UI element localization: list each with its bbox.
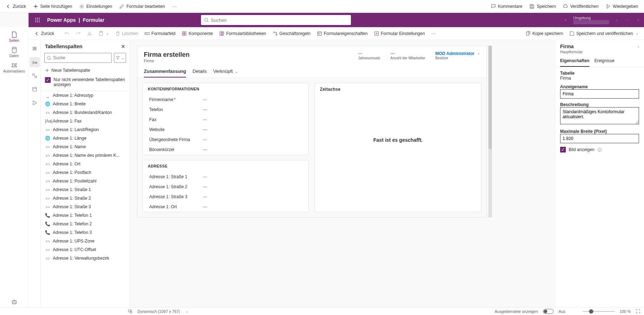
- add-page-button[interactable]: Seite hinzufügen: [30, 2, 75, 10]
- column-item[interactable]: ▭Adresse 1: Straße 1: [41, 185, 130, 194]
- cmd-form-field[interactable]: Formularfeld: [142, 30, 178, 38]
- section-account-info[interactable]: KONTENINFORMATIONEN Firmenname*---Telefo…: [142, 83, 309, 155]
- cmd-more[interactable]: ···: [428, 30, 439, 38]
- column-item[interactable]: ▭Adresse 1: Bundesland/Kanton: [41, 108, 130, 117]
- column-item[interactable]: 📞Adresse 1: Telefon 1: [41, 211, 130, 220]
- tool-components[interactable]: [30, 71, 40, 81]
- close-icon[interactable]: ✕: [121, 44, 125, 49]
- column-item[interactable]: ▭Adresse 1: UPS-Zone: [41, 237, 130, 245]
- tool-libs[interactable]: [30, 98, 40, 108]
- app-launcher[interactable]: [31, 14, 44, 26]
- only-unused-checkbox[interactable]: ✓ Nur nicht verwendete Tabellenspalten a…: [41, 75, 130, 91]
- form-field-row[interactable]: Adresse 1: Straße 3---: [143, 192, 308, 202]
- tab-details[interactable]: Details: [192, 66, 207, 78]
- form-field-row[interactable]: Adresse 1: Ort---: [143, 202, 308, 212]
- column-item[interactable]: ▭Adresse 1: Name des primären K...: [41, 151, 130, 160]
- rail-automate[interactable]: Automatisieru: [1, 60, 27, 75]
- column-search[interactable]: [44, 53, 112, 63]
- cmd-save-publish[interactable]: Speichern und veröffentlichen ⌄: [567, 30, 641, 38]
- prop-description-input[interactable]: [560, 107, 639, 124]
- column-item[interactable]: ▭Adresse 1: Name: [41, 142, 130, 151]
- prop-maxwidth-input[interactable]: [560, 134, 639, 143]
- column-label: Adresse 1: Telefon 2: [53, 221, 92, 226]
- column-item[interactable]: ▭Adresse 1: Postfach: [41, 168, 130, 177]
- form-field-row[interactable]: Adresse 1: Straße 2---: [143, 182, 308, 192]
- column-item[interactable]: 📞Adresse 1: Telefon 2: [41, 220, 130, 228]
- cmd-back-label: Zurück: [41, 31, 54, 36]
- tool-columns[interactable]: |Aa|: [30, 57, 40, 67]
- tool-tree[interactable]: [30, 84, 40, 94]
- column-item[interactable]: ▭Adresse 1: Straße 2: [41, 194, 130, 202]
- back-button[interactable]: Zurück: [3, 2, 29, 10]
- cmd-form-libs[interactable]: Formularbibliotheken: [216, 30, 269, 38]
- column-item[interactable]: ▭Adresse 1: Postleitzahl: [41, 177, 130, 185]
- cmd-back[interactable]: Zurück: [31, 30, 57, 38]
- svg-text:|Aa|: |Aa|: [32, 61, 37, 64]
- section-address[interactable]: ADRESSE Adresse 1: Straße 1---Adresse 1:…: [142, 160, 309, 212]
- column-item[interactable]: ⎯Adresse 1: Adresstyp: [41, 91, 130, 100]
- search-input[interactable]: [211, 18, 348, 23]
- header-field-revenue[interactable]: --- Jahresumsatz: [358, 51, 380, 60]
- settings-button[interactable]: Einstellungen: [76, 2, 115, 10]
- environment-picker[interactable]: Umgebung: [573, 16, 609, 24]
- cmd-biz-rules[interactable]: Geschäftsregeln: [270, 30, 313, 38]
- gear-icon[interactable]: [625, 17, 630, 23]
- bell-icon[interactable]: [614, 17, 620, 23]
- form-field-row[interactable]: Website---: [143, 125, 308, 135]
- section-timeline[interactable]: Zeitachse Fast ist es geschafft.: [315, 83, 482, 212]
- prop-showimage-checkbox[interactable]: ✓ Bild anzeigen: [560, 147, 639, 152]
- edit-form-button[interactable]: Formular bearbeiten: [116, 2, 168, 10]
- rail-pages[interactable]: Seiten: [1, 29, 27, 45]
- cmd-save-copy[interactable]: Kopie speichern: [523, 30, 566, 38]
- column-item[interactable]: ▭Adresse 1: Straße 3: [41, 202, 130, 211]
- tool-hamburger[interactable]: [30, 44, 40, 54]
- canvas-scrollbar[interactable]: [488, 46, 492, 218]
- column-item[interactable]: ▭Adresse 1: Verwaltungsbezirk: [41, 254, 130, 262]
- cmd-form-props[interactable]: Formulareigenschaften: [314, 30, 371, 38]
- header-field-owner[interactable]: MOD Administrator Besitzer ⌄: [435, 51, 480, 60]
- column-item[interactable]: 🌐Adresse 1: Breite: [41, 100, 130, 108]
- chevron-down-icon[interactable]: ⌄: [477, 51, 480, 55]
- publish-button[interactable]: Veröffentlichen: [560, 2, 601, 10]
- filter-button[interactable]: ⌄: [114, 53, 126, 63]
- comments-button[interactable]: Kommentare: [488, 2, 525, 10]
- form-canvas[interactable]: Firma erstellen Firma --- Jahresumsatz -…: [130, 40, 555, 307]
- search-box[interactable]: [201, 15, 351, 25]
- play-button[interactable]: Wiedergeben: [603, 2, 641, 10]
- column-search-input[interactable]: [53, 55, 109, 60]
- column-item[interactable]: ▭Adresse 1: Ort: [41, 160, 130, 168]
- rail-data[interactable]: Daten: [1, 45, 27, 60]
- tab-related[interactable]: Verknüpft ⌄: [213, 66, 238, 78]
- column-list[interactable]: ⎯Adresse 1: Adresstyp🌐Adresse 1: Breite▭…: [41, 91, 130, 307]
- cmd-form-settings[interactable]: Formular Einstellungen: [371, 30, 428, 38]
- save-button[interactable]: Speichern: [527, 2, 559, 10]
- form-field-row[interactable]: Börsenkürzel---: [143, 145, 308, 155]
- column-item[interactable]: 📞Adresse 1: Telefon 3: [41, 228, 130, 237]
- cmd-component[interactable]: Komponente: [179, 30, 216, 38]
- props-tab-events[interactable]: Ereignisse: [594, 56, 614, 67]
- prop-displayname-input[interactable]: [560, 89, 639, 99]
- form-field-row[interactable]: Fax---: [143, 115, 308, 125]
- help-icon[interactable]: [635, 17, 641, 23]
- column-item[interactable]: ▭Adresse 1: Land/Region: [41, 125, 130, 134]
- form-preview[interactable]: Firma erstellen Firma --- Jahresumsatz -…: [137, 46, 487, 218]
- form-field-row[interactable]: Adresse 1: Straße 1---: [143, 172, 308, 182]
- form-field-row[interactable]: Firmenname*---: [143, 95, 308, 105]
- undo-icon: [64, 31, 69, 36]
- column-item[interactable]: |Aa|Adresse 1: Fax: [41, 117, 130, 125]
- column-item[interactable]: 🌐Adresse 1: Länge: [41, 134, 130, 142]
- props-tab-properties[interactable]: Eigenschaften: [560, 56, 589, 67]
- field-value: ---: [203, 117, 207, 122]
- more-button[interactable]: ···: [169, 2, 180, 10]
- props-title: Firma: [560, 44, 574, 49]
- header-field-employees[interactable]: --- Anzahl der Mitarbeiter: [391, 51, 426, 60]
- label: Geschäftsregeln: [280, 31, 311, 36]
- form-field-row[interactable]: Telefon---: [143, 105, 308, 115]
- column-type-icon: 📞: [45, 230, 50, 235]
- chevron-right-icon[interactable]: ›: [638, 45, 639, 49]
- new-column-button[interactable]: Neue Tabellenspalte: [41, 66, 130, 75]
- rail-bot[interactable]: [1, 296, 27, 307]
- tab-summary[interactable]: Zusammenfassung: [144, 66, 186, 78]
- column-item[interactable]: ▭Adresse 1: UTC-Offset: [41, 245, 130, 254]
- form-field-row[interactable]: Übergeordnete Firma---: [143, 135, 308, 145]
